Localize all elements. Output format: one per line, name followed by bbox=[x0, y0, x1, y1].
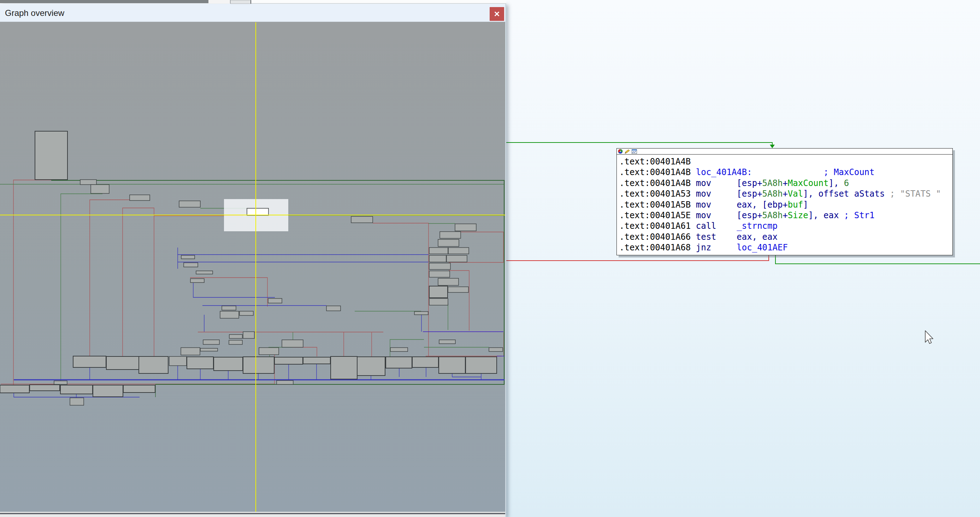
code-token: .text:00401A66 bbox=[619, 232, 696, 242]
code-token: eax, [ebp+ bbox=[737, 200, 788, 210]
overview-node bbox=[439, 340, 455, 344]
code-token: mov bbox=[696, 200, 711, 210]
code-token: loc_401A4B: bbox=[696, 167, 752, 177]
overview-node bbox=[181, 348, 200, 355]
close-button[interactable]: ✕ bbox=[490, 7, 504, 21]
horizontal-scrollbar-thumb[interactable] bbox=[230, 0, 251, 4]
code-token: Val bbox=[788, 189, 803, 199]
overview-node bbox=[429, 263, 450, 270]
code-token: [esp+ bbox=[737, 178, 762, 188]
code-token: 6 bbox=[844, 178, 849, 188]
overview-node bbox=[448, 287, 468, 292]
overview-node bbox=[130, 195, 150, 201]
code-token: ], bbox=[829, 178, 844, 188]
code-token: ], offset aStats bbox=[803, 189, 890, 199]
overview-node bbox=[268, 298, 282, 303]
node-titlebar bbox=[617, 148, 953, 155]
overview-node bbox=[429, 298, 448, 305]
overview-node bbox=[438, 278, 458, 286]
code-token: ] bbox=[803, 200, 808, 210]
overview-edge bbox=[293, 347, 317, 356]
window-title: Graph overview bbox=[5, 8, 64, 18]
code-token: ; Str1 bbox=[844, 211, 875, 220]
code-token: mov bbox=[696, 189, 711, 199]
flow-edge-arrowhead bbox=[770, 145, 775, 148]
overview-node bbox=[489, 348, 503, 351]
overview-node bbox=[229, 340, 242, 345]
code-token: .text:00401A4B bbox=[619, 178, 696, 188]
overview-node bbox=[60, 385, 92, 394]
code-token bbox=[711, 189, 737, 199]
current-node-marker bbox=[247, 208, 269, 215]
overview-node bbox=[326, 306, 340, 311]
overview-edge bbox=[193, 283, 275, 297]
overview-node bbox=[438, 239, 459, 246]
edit-comment-icon[interactable] bbox=[625, 149, 630, 154]
overview-node bbox=[139, 356, 168, 373]
overview-node bbox=[179, 201, 200, 207]
mouse-cursor bbox=[925, 330, 935, 346]
overview-node bbox=[351, 216, 373, 223]
color-wheel-icon[interactable] bbox=[618, 149, 623, 154]
code-token: eax, eax bbox=[737, 232, 778, 242]
code-line: .text:00401A53 mov [esp+5A8h+Val], offse… bbox=[619, 188, 953, 199]
overview-node bbox=[282, 340, 303, 347]
code-token: jnz bbox=[696, 243, 711, 252]
overview-node bbox=[259, 348, 279, 355]
code-token: mov bbox=[696, 178, 711, 188]
overview-node bbox=[93, 385, 123, 397]
overview-node bbox=[54, 381, 67, 385]
background-window-fragment bbox=[0, 0, 208, 3]
overview-node bbox=[448, 247, 469, 254]
disassembly-node[interactable]: .text:00401A4B.text:00401A4B loc_401A4B:… bbox=[616, 148, 953, 255]
code-token: .text:00401A5B bbox=[619, 200, 696, 210]
overview-node bbox=[203, 340, 220, 345]
screen: .text:00401A4B.text:00401A4B loc_401A4B:… bbox=[0, 0, 980, 517]
code-token: [esp+ bbox=[737, 211, 762, 220]
overview-node bbox=[91, 185, 109, 193]
code-token: [esp+ bbox=[737, 189, 762, 199]
overview-node bbox=[386, 357, 412, 368]
code-token: Size bbox=[788, 211, 808, 220]
overview-node bbox=[181, 255, 195, 259]
code-token: _strncmp bbox=[737, 221, 778, 231]
overview-node bbox=[455, 224, 476, 231]
overview-edge bbox=[61, 194, 102, 381]
overview-node bbox=[429, 247, 448, 254]
overview-node bbox=[240, 311, 253, 316]
overview-node bbox=[220, 311, 239, 318]
code-token: + bbox=[783, 178, 788, 188]
code-line: .text:00401A4B mov [esp+5A8h+MaxCount], … bbox=[619, 178, 953, 188]
overview-node bbox=[35, 131, 67, 180]
overview-node bbox=[30, 385, 60, 391]
window-titlebar[interactable]: Graph overview ✕ bbox=[0, 4, 505, 22]
overview-node bbox=[439, 357, 465, 373]
code-token bbox=[716, 221, 737, 231]
overview-node bbox=[169, 356, 186, 365]
background-panel-fragment bbox=[208, 0, 230, 3]
code-token: MaxCount bbox=[788, 178, 829, 188]
overview-node bbox=[229, 335, 242, 338]
code-token: .text:00401A53 bbox=[619, 189, 696, 199]
code-token bbox=[711, 211, 737, 220]
code-token: 5A8h bbox=[762, 211, 783, 220]
overview-edge bbox=[90, 200, 130, 356]
code-line: .text:00401A61 call _strncmp bbox=[619, 221, 953, 231]
overview-node bbox=[414, 311, 428, 315]
code-token: ; MaxCount bbox=[824, 167, 875, 177]
code-token: test bbox=[696, 232, 716, 242]
overview-canvas[interactable] bbox=[0, 22, 505, 512]
graph-view-icon[interactable] bbox=[632, 149, 637, 154]
flow-edge bbox=[775, 255, 980, 264]
flow-edge bbox=[506, 255, 769, 261]
code-token bbox=[711, 178, 737, 188]
overview-node bbox=[447, 255, 467, 262]
code-line: .text:00401A66 test eax, eax bbox=[619, 231, 953, 242]
overview-node bbox=[80, 180, 97, 185]
code-token: ; "STATS " bbox=[890, 189, 941, 199]
code-token bbox=[711, 243, 737, 252]
overview-node bbox=[429, 271, 450, 277]
code-token: .text:00401A68 bbox=[619, 243, 696, 252]
code-token: .text:00401A4B bbox=[619, 156, 690, 166]
overview-node bbox=[331, 356, 357, 379]
